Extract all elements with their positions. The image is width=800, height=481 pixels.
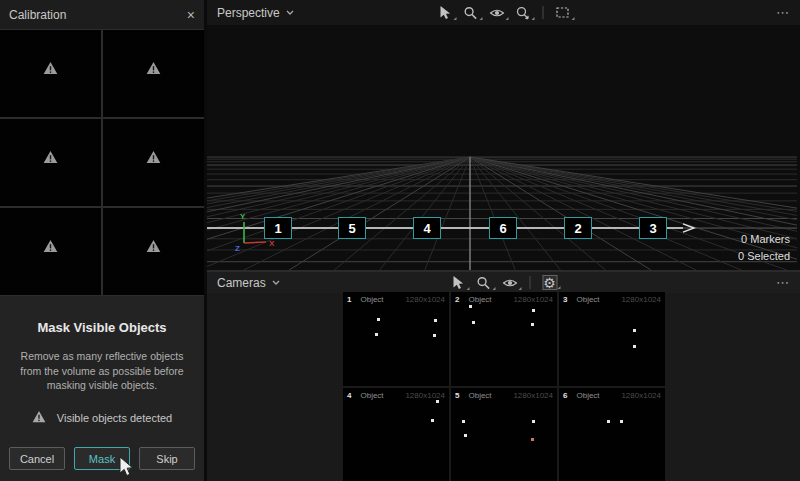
chevron-down-icon (286, 10, 294, 15)
camera-marker-6[interactable]: 6 (489, 217, 517, 239)
calibration-camera-cell[interactable] (0, 208, 101, 295)
visible-objects-warning: Visible objects detected (9, 410, 195, 425)
select-cursor-icon[interactable] (437, 5, 452, 20)
tracked-dot (532, 420, 535, 423)
cameras-panel-header: Cameras ⚙ ⋯ (207, 272, 800, 293)
calibration-panel: Calibration × Mask Visible Objects Remov… (0, 0, 207, 481)
calibration-camera-cell[interactable] (103, 30, 204, 117)
camera-tile-6[interactable]: 6 Object 1280x1024 (559, 388, 665, 481)
tracked-dot (532, 309, 535, 312)
camera-tile-header: 4 Object 1280x1024 (347, 391, 445, 400)
mask-step-heading: Mask Visible Objects (9, 320, 195, 335)
zoom-icon[interactable] (476, 275, 491, 290)
camera-resolution: 1280x1024 (621, 295, 661, 304)
warning-triangle-icon (43, 150, 58, 164)
camera-tile-2[interactable]: 2 Object 1280x1024 (451, 292, 557, 386)
camera-tile-header: 2 Object 1280x1024 (455, 295, 553, 304)
warning-triangle-icon (146, 61, 161, 75)
mask-step-description: Remove as many reflective objects from t… (9, 349, 195, 393)
cameras-panel-title: Cameras (217, 276, 266, 290)
camera-tile-header: 6 Object 1280x1024 (563, 391, 661, 400)
camera-tile-1[interactable]: 1 Object 1280x1024 (343, 292, 449, 386)
mouse-cursor (118, 456, 134, 478)
camera-tiles-grid: 1 Object 1280x1024 2 Object 1280x1024 3 … (343, 292, 665, 481)
warning-triangle-icon (146, 150, 161, 164)
camera-marker-4[interactable]: 4 (413, 217, 441, 239)
camera-tile-header: 1 Object 1280x1024 (347, 295, 445, 304)
camera-number: 1 (347, 295, 351, 304)
perspective-panel: Perspective ⋯ YXZ 0 Markers 0 Selected 1… (207, 0, 800, 270)
camera-resolution: 1280x1024 (513, 391, 553, 400)
overflow-menu-icon[interactable]: ⋯ (776, 275, 789, 290)
camera-number: 4 (347, 391, 351, 400)
svg-text:X: X (269, 239, 275, 248)
calibration-camera-cell[interactable] (0, 30, 101, 117)
tracked-dot (433, 334, 436, 337)
camera-mode-label: Object (576, 391, 599, 400)
perspective-viewport[interactable]: YXZ 0 Markers 0 Selected 154623 (207, 25, 800, 270)
skip-button[interactable]: Skip (139, 447, 195, 470)
camera-marker-1[interactable]: 1 (264, 217, 292, 239)
calibration-camera-cell[interactable] (0, 119, 101, 206)
camera-resolution: 1280x1024 (405, 391, 445, 400)
camera-marker-5[interactable]: 5 (338, 217, 366, 239)
warning-triangle-icon (32, 410, 46, 425)
markers-count: 0 Markers (738, 231, 790, 248)
viewport-column: Perspective ⋯ YXZ 0 Markers 0 Selected 1… (207, 0, 800, 481)
cameras-panel: Cameras ⚙ ⋯ 1 Object 1280x1024 2 Object … (207, 270, 800, 481)
visibility-eye-icon[interactable] (502, 275, 517, 290)
tracked-dot (462, 420, 465, 423)
follow-icon[interactable] (515, 5, 530, 20)
warning-triangle-icon (32, 410, 46, 423)
tracked-dot (620, 420, 623, 423)
camera-tile-3[interactable]: 3 Object 1280x1024 (559, 292, 665, 386)
camera-resolution: 1280x1024 (405, 295, 445, 304)
visibility-eye-icon[interactable] (489, 5, 504, 20)
calibration-panel-title: Calibration (9, 8, 66, 22)
camera-resolution: 1280x1024 (513, 295, 553, 304)
perspective-toolbar (437, 5, 570, 20)
tracked-dot (436, 400, 439, 403)
tracked-dot (464, 434, 467, 437)
zoom-icon[interactable] (463, 5, 478, 20)
tracked-dot (434, 319, 437, 322)
tracked-dot (531, 438, 534, 441)
camera-number: 2 (455, 295, 459, 304)
settings-gear-icon[interactable]: ⚙ (542, 275, 557, 290)
application-window: Calibration × Mask Visible Objects Remov… (0, 0, 800, 481)
calibration-panel-header: Calibration × (0, 0, 204, 29)
cameras-view-selector[interactable]: Cameras (217, 276, 280, 290)
warning-triangle-icon (146, 239, 161, 253)
tracked-dot (607, 420, 610, 423)
camera-tile-header: 3 Object 1280x1024 (563, 295, 661, 304)
cancel-button[interactable]: Cancel (9, 447, 65, 470)
calibration-step-body: Mask Visible Objects Remove as many refl… (0, 296, 204, 481)
wizard-buttons: Cancel Mask Skip (0, 447, 204, 470)
selected-count: 0 Selected (738, 248, 790, 265)
camera-tile-4[interactable]: 4 Object 1280x1024 (343, 388, 449, 481)
close-icon[interactable]: × (187, 8, 195, 22)
camera-mode-label: Object (468, 295, 491, 304)
toolbar-separator (529, 276, 530, 289)
tracked-dot (633, 329, 636, 332)
warning-triangle-icon (43, 239, 58, 253)
camera-number: 6 (563, 391, 567, 400)
camera-marker-2[interactable]: 2 (564, 217, 592, 239)
overflow-menu-icon[interactable]: ⋯ (776, 5, 789, 20)
camera-number: 3 (563, 295, 567, 304)
selection-counts: 0 Markers 0 Selected (738, 231, 790, 265)
calibration-camera-cell[interactable] (103, 208, 204, 295)
camera-marker-3[interactable]: 3 (639, 217, 667, 239)
tracked-dot (633, 345, 636, 348)
camera-tile-header: 5 Object 1280x1024 (455, 391, 553, 400)
tracked-dot (531, 323, 534, 326)
perspective-view-selector[interactable]: Perspective (217, 6, 294, 20)
camera-number: 5 (455, 391, 459, 400)
select-cursor-icon[interactable] (450, 275, 465, 290)
warning-text: Visible objects detected (57, 412, 172, 424)
camera-mode-label: Object (576, 295, 599, 304)
camera-tile-5[interactable]: 5 Object 1280x1024 (451, 388, 557, 481)
marquee-select-icon[interactable] (555, 5, 570, 20)
calibration-camera-cell[interactable] (103, 119, 204, 206)
camera-mode-label: Object (360, 391, 383, 400)
